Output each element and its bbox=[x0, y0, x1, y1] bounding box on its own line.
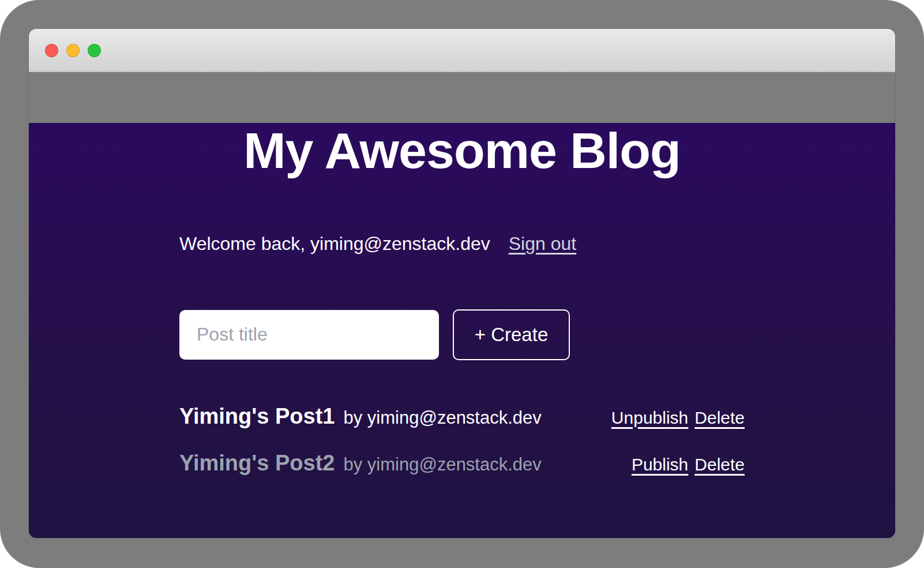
close-window-button[interactable] bbox=[45, 44, 58, 57]
welcome-row: Welcome back, yiming@zenstack.dev Sign o… bbox=[179, 231, 745, 257]
create-post-form: + Create bbox=[179, 310, 745, 360]
welcome-text: Welcome back, yiming@zenstack.dev bbox=[179, 231, 490, 257]
traffic-light-controls bbox=[45, 44, 101, 57]
page-content: My Awesome Blog Welcome back, yiming@zen… bbox=[29, 123, 895, 538]
post-info: Yiming's Post2 by yiming@zenstack.dev bbox=[179, 447, 542, 479]
post-title-input[interactable] bbox=[179, 310, 439, 360]
publish-link[interactable]: Publish bbox=[632, 452, 688, 477]
sign-out-link[interactable]: Sign out bbox=[509, 231, 576, 257]
post-actions: Publish Delete bbox=[632, 452, 745, 477]
app-window: My Awesome Blog Welcome back, yiming@zen… bbox=[29, 29, 895, 538]
post-title-text: Yiming's Post1 bbox=[179, 401, 335, 432]
post-list: Yiming's Post1 by yiming@zenstack.dev Un… bbox=[179, 401, 745, 479]
content-container: My Awesome Blog Welcome back, yiming@zen… bbox=[179, 123, 745, 479]
post-actions: Unpublish Delete bbox=[611, 405, 745, 431]
post-author-text: by yiming@zenstack.dev bbox=[343, 452, 541, 478]
create-post-button[interactable]: + Create bbox=[453, 309, 570, 360]
minimize-window-button[interactable] bbox=[66, 44, 80, 57]
post-title-text: Yiming's Post2 bbox=[179, 447, 335, 479]
zoom-window-button[interactable] bbox=[88, 44, 101, 57]
delete-link[interactable]: Delete bbox=[694, 405, 745, 431]
post-row: Yiming's Post2 by yiming@zenstack.dev Pu… bbox=[179, 447, 745, 479]
post-info: Yiming's Post1 by yiming@zenstack.dev bbox=[179, 401, 542, 432]
unpublish-link[interactable]: Unpublish bbox=[611, 405, 688, 431]
post-row: Yiming's Post1 by yiming@zenstack.dev Un… bbox=[179, 401, 745, 432]
page-title: My Awesome Blog bbox=[179, 123, 745, 179]
post-author-text: by yiming@zenstack.dev bbox=[343, 405, 541, 431]
delete-link[interactable]: Delete bbox=[694, 452, 745, 477]
window-shadow-backdrop: My Awesome Blog Welcome back, yiming@zen… bbox=[0, 0, 924, 568]
window-titlebar[interactable] bbox=[29, 29, 895, 72]
